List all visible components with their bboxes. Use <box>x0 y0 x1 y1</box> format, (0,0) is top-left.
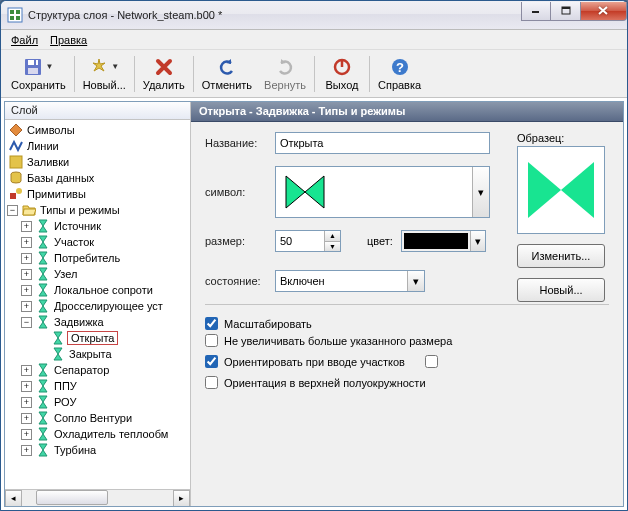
tree-separator[interactable]: +Сепаратор <box>7 362 190 378</box>
tree-consumer[interactable]: +Потребитель <box>7 250 190 266</box>
hourglass-icon <box>36 267 50 281</box>
undo-button[interactable]: Отменить <box>196 52 258 96</box>
spin-up[interactable]: ▲ <box>324 231 340 242</box>
tree-fills[interactable]: Заливки <box>7 154 190 170</box>
svg-rect-10 <box>28 68 38 74</box>
panel-header: Открыта - Задвижка - Типы и режимы <box>191 102 623 122</box>
hourglass-icon <box>36 235 50 249</box>
menubar: Файл Правка <box>1 30 627 50</box>
chk-nobigger[interactable] <box>205 334 218 347</box>
tree-localres[interactable]: +Локальное сопроти <box>7 282 190 298</box>
expand-icon[interactable]: + <box>21 301 32 312</box>
dropdown-arrow-icon[interactable]: ▾ <box>470 231 485 251</box>
new-button[interactable]: Новый... <box>517 278 605 302</box>
color-picker[interactable]: ▾ <box>401 230 486 252</box>
spin-down[interactable]: ▼ <box>324 242 340 252</box>
expand-icon[interactable]: + <box>21 269 32 280</box>
tree-cooler[interactable]: +Охладитель теплообм <box>7 426 190 442</box>
help-button[interactable]: ? Справка <box>372 52 427 96</box>
collapse-icon[interactable]: − <box>7 205 18 216</box>
horizontal-scrollbar[interactable]: ◂ ▸ <box>5 489 190 506</box>
tree-lines[interactable]: Линии <box>7 138 190 154</box>
name-input[interactable] <box>275 132 490 154</box>
tree-valve-open[interactable]: Открыта <box>7 330 190 346</box>
close-button[interactable] <box>581 2 627 21</box>
titlebar: Структура слоя - Network_steam.b00 * <box>1 1 627 30</box>
bowtie-icon <box>284 174 326 210</box>
label-color: цвет: <box>367 235 393 247</box>
expand-icon[interactable]: + <box>21 397 32 408</box>
hourglass-icon <box>36 379 50 393</box>
symbol-picker[interactable]: ▾ <box>275 166 490 218</box>
menu-edit[interactable]: Правка <box>44 32 93 48</box>
chk-orient[interactable] <box>205 355 218 368</box>
hourglass-icon <box>51 331 65 345</box>
expand-icon[interactable]: + <box>21 381 32 392</box>
tree-venturi[interactable]: +Сопло Вентури <box>7 410 190 426</box>
delete-button[interactable]: Удалить <box>137 52 191 96</box>
database-icon <box>9 171 23 185</box>
tree-valve-closed[interactable]: Закрыта <box>7 346 190 362</box>
help-icon: ? <box>390 57 410 77</box>
hourglass-icon <box>51 347 65 361</box>
dropdown-arrow-icon[interactable]: ▾ <box>472 167 489 217</box>
tree-segment[interactable]: +Участок <box>7 234 190 250</box>
expand-icon[interactable]: + <box>21 429 32 440</box>
save-button[interactable]: ▼ Сохранить <box>5 52 72 96</box>
tree-databases[interactable]: Базы данных <box>7 170 190 186</box>
svg-rect-3 <box>10 16 14 20</box>
chk-nobigger-label: Не увеличивать больше указанного размера <box>224 335 452 347</box>
label-symbol: символ: <box>205 186 275 198</box>
exit-button[interactable]: Выход <box>317 52 367 96</box>
chk-upperhalf[interactable] <box>205 376 218 389</box>
tree-turbine[interactable]: +Турбина <box>7 442 190 458</box>
label-sample: Образец: <box>517 132 609 144</box>
tree-source[interactable]: +Источник <box>7 218 190 234</box>
hourglass-icon <box>36 299 50 313</box>
menu-file[interactable]: Файл <box>5 32 44 48</box>
tree-types[interactable]: −Типы и режимы <box>7 202 190 218</box>
svg-point-19 <box>16 188 22 194</box>
expand-icon[interactable]: + <box>21 365 32 376</box>
chk-orient-label: Ориентировать при вводе участков <box>224 356 405 368</box>
bowtie-icon <box>524 158 598 222</box>
chk-scale[interactable] <box>205 317 218 330</box>
expand-icon[interactable]: + <box>21 253 32 264</box>
undo-icon <box>217 57 237 77</box>
tree-rou[interactable]: +РОУ <box>7 394 190 410</box>
tree-throttle[interactable]: +Дросселирующее уст <box>7 298 190 314</box>
dropdown-arrow-icon[interactable]: ▾ <box>407 271 424 291</box>
scroll-thumb[interactable] <box>36 490 108 505</box>
size-input[interactable] <box>276 231 324 251</box>
expand-icon[interactable]: + <box>21 413 32 424</box>
hourglass-icon <box>36 363 50 377</box>
hourglass-icon <box>36 443 50 457</box>
tree-primitives[interactable]: Примитивы <box>7 186 190 202</box>
window-title: Структура слоя - Network_steam.b00 * <box>28 9 521 21</box>
lines-icon <box>9 139 23 153</box>
chk-rotate90[interactable] <box>425 355 438 368</box>
expand-icon[interactable]: + <box>21 237 32 248</box>
change-button[interactable]: Изменить... <box>517 244 605 268</box>
collapse-icon[interactable]: − <box>21 317 32 328</box>
tree-ppu[interactable]: +ППУ <box>7 378 190 394</box>
minimize-button[interactable] <box>521 2 551 21</box>
expand-icon[interactable]: + <box>21 221 32 232</box>
scroll-right-button[interactable]: ▸ <box>173 490 190 507</box>
maximize-button[interactable] <box>551 2 581 21</box>
tree[interactable]: Символы Линии Заливки Базы данных Примит… <box>5 120 190 489</box>
new-button[interactable]: ▼ Новый... <box>77 52 132 96</box>
expand-icon[interactable]: + <box>21 285 32 296</box>
expand-icon[interactable]: + <box>21 445 32 456</box>
svg-rect-4 <box>16 16 20 20</box>
redo-icon <box>275 57 295 77</box>
tree-valve[interactable]: −Задвижка <box>7 314 190 330</box>
scroll-left-button[interactable]: ◂ <box>5 490 22 507</box>
redo-button[interactable]: Вернуть <box>258 52 312 96</box>
state-combo[interactable]: Включен ▾ <box>275 270 425 292</box>
tree-node[interactable]: +Узел <box>7 266 190 282</box>
folder-open-icon <box>22 203 36 217</box>
size-spinner[interactable]: ▲▼ <box>275 230 341 252</box>
tree-symbols[interactable]: Символы <box>7 122 190 138</box>
save-icon <box>23 57 43 77</box>
